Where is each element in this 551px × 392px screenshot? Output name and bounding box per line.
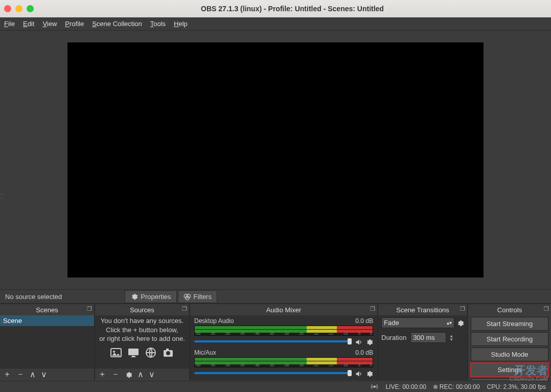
live-label: LIVE: xyxy=(385,383,400,390)
scenes-up-button[interactable]: ∧ xyxy=(30,370,36,379)
sources-empty-3: or right click here to add one. xyxy=(96,334,188,343)
audio-channel-1: Mic/Aux 0.0 dB -60-55-50-45-40-35-30-25-… xyxy=(190,347,377,379)
svg-rect-6 xyxy=(132,356,135,357)
audio-name: Mic/Aux xyxy=(194,349,216,356)
menu-help[interactable]: Help xyxy=(174,20,188,28)
filters-label: Filters xyxy=(194,293,212,301)
image-icon xyxy=(110,347,122,359)
sources-empty-1: You don't have any sources. xyxy=(96,316,188,326)
source-toolbar: No source selected Properties Filters xyxy=(0,289,551,304)
svg-point-4 xyxy=(113,351,115,353)
exit-button[interactable]: Exit xyxy=(471,378,548,380)
transition-select[interactable]: Fade ▴▾ xyxy=(381,317,454,328)
speaker-icon[interactable] xyxy=(355,369,362,378)
audio-volume-slider[interactable] xyxy=(194,340,352,342)
scenes-popout-icon[interactable]: ❐ xyxy=(87,306,92,312)
menu-view[interactable]: View xyxy=(42,20,57,28)
filters-icon xyxy=(183,293,191,301)
sources-dock: Sources ❐ You don't have any sources. Cl… xyxy=(95,304,190,380)
properties-button[interactable]: Properties xyxy=(125,290,176,303)
dock-grip[interactable]: ⋮⋮ xyxy=(0,192,4,201)
no-source-label: No source selected xyxy=(0,293,67,301)
scenes-title: Scenes xyxy=(36,306,58,314)
menu-scene-collection[interactable]: Scene Collection xyxy=(92,20,142,28)
duration-label: Duration xyxy=(381,334,408,341)
broadcast-icon xyxy=(371,383,378,390)
scenes-add-button[interactable]: ＋ xyxy=(3,369,11,380)
properties-label: Properties xyxy=(141,293,171,301)
scenes-remove-button[interactable]: － xyxy=(16,369,25,380)
controls-header: Controls ❐ xyxy=(468,304,551,315)
preview-area xyxy=(0,31,551,289)
speaker-icon[interactable] xyxy=(355,337,362,346)
display-icon xyxy=(127,347,140,359)
chevron-updown-icon: ▴▾ xyxy=(447,320,452,326)
minimize-window-button[interactable] xyxy=(15,5,22,12)
close-window-button[interactable] xyxy=(4,5,11,12)
globe-icon xyxy=(145,347,157,359)
scenes-list[interactable]: Scene xyxy=(0,315,94,368)
transitions-popout-icon[interactable]: ❐ xyxy=(460,306,465,312)
duration-field[interactable]: 300 ms xyxy=(410,332,446,343)
audio-channel-0: Desktop Audio 0.0 dB -60-55-50-45-40-35-… xyxy=(190,315,377,347)
sources-up-button[interactable]: ∧ xyxy=(137,370,144,379)
start-streaming-button[interactable]: Start Streaming xyxy=(471,317,548,331)
svg-point-12 xyxy=(374,386,376,388)
duration-spinner[interactable]: ▲▼ xyxy=(449,334,453,341)
transition-config-button[interactable] xyxy=(456,318,464,327)
gear-icon xyxy=(130,293,138,301)
rec-time: 00:00:00 xyxy=(456,383,480,390)
audio-meter: -60-55-50-45-40-35-30-25-20-15-10-50 xyxy=(194,326,373,336)
audio-name: Desktop Audio xyxy=(194,317,234,325)
audio-config-button[interactable] xyxy=(365,337,373,346)
audio-volume-slider[interactable] xyxy=(194,372,352,374)
sources-type-icons xyxy=(96,347,188,359)
sources-header: Sources ❐ xyxy=(95,304,189,315)
audio-title: Audio Mixer xyxy=(266,306,302,314)
sources-config-button[interactable] xyxy=(125,370,132,379)
gear-icon xyxy=(125,371,132,379)
sources-down-button[interactable]: ∨ xyxy=(149,370,155,379)
sources-empty-2: Click the + button below, xyxy=(96,326,188,335)
scene-item[interactable]: Scene xyxy=(0,315,94,326)
live-time: 00:00:00 xyxy=(402,383,426,390)
cpu-status: CPU: 2.3%, 30.00 fps xyxy=(487,383,546,390)
scenes-down-button[interactable]: ∨ xyxy=(41,370,47,379)
transitions-header: Scene Transitions ❐ xyxy=(378,304,467,315)
preview-canvas[interactable] xyxy=(67,42,484,278)
sources-title: Sources xyxy=(130,306,154,314)
controls-body: Start Streaming Start Recording Studio M… xyxy=(468,315,551,380)
controls-dock: ⋮⋮ Controls ❐ Start Streaming Start Reco… xyxy=(468,304,551,380)
scenes-dock: Scenes ❐ Scene ＋ － ∧ ∨ xyxy=(0,304,95,380)
start-recording-button[interactable]: Start Recording xyxy=(471,332,548,346)
menu-file[interactable]: File xyxy=(4,20,15,28)
transition-selected: Fade xyxy=(384,319,399,327)
filters-button[interactable]: Filters xyxy=(178,290,217,303)
sources-remove-button[interactable]: － xyxy=(111,369,120,380)
rec-dot-icon xyxy=(433,385,438,389)
controls-popout-icon[interactable]: ❐ xyxy=(544,306,549,312)
menu-edit[interactable]: Edit xyxy=(23,20,34,28)
sources-popout-icon[interactable]: ❐ xyxy=(182,306,187,312)
audio-level: 0.0 dB xyxy=(355,317,373,325)
svg-point-10 xyxy=(166,351,170,355)
sources-add-button[interactable]: ＋ xyxy=(98,369,106,380)
titlebar: OBS 27.1.3 (linux) - Profile: Untitled -… xyxy=(0,0,551,17)
svg-rect-5 xyxy=(128,349,139,355)
maximize-window-button[interactable] xyxy=(27,5,34,12)
statusbar: LIVE: 00:00:00 REC: 00:00:00 CPU: 2.3%, … xyxy=(0,381,551,392)
rec-label: REC: xyxy=(440,383,454,390)
transitions-dock: Scene Transitions ❐ Fade ▴▾ Duration 300… xyxy=(378,304,468,380)
window-title: OBS 27.1.3 (linux) - Profile: Untitled -… xyxy=(38,5,547,13)
audio-config-button[interactable] xyxy=(365,369,373,378)
scenes-header: Scenes ❐ xyxy=(0,304,94,315)
studio-mode-button[interactable]: Studio Mode xyxy=(471,348,548,361)
audio-popout-icon[interactable]: ❐ xyxy=(370,306,375,312)
menu-profile[interactable]: Profile xyxy=(65,20,84,28)
audio-level: 0.0 dB xyxy=(355,349,373,356)
menu-tools[interactable]: Tools xyxy=(150,20,166,28)
menubar: File Edit View Profile Scene Collection … xyxy=(0,17,551,31)
settings-button[interactable]: Settings xyxy=(471,363,548,377)
audio-meter: -60-55-50-45-40-35-30-25-20-15-10-50 xyxy=(194,357,373,367)
sources-list[interactable]: You don't have any sources. Click the + … xyxy=(95,315,189,368)
